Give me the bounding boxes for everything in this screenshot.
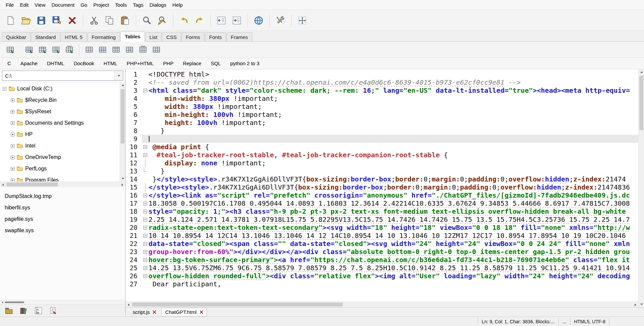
editor-line-text[interactable]: }</style><style>.r34K7X1zGgAi6DllVF3T{bo… (148, 175, 638, 183)
editor-line-text[interactable]: group-hover:from-60%"></div></div></a><d… (148, 248, 638, 256)
lang-replace[interactable]: Replace (178, 59, 206, 68)
editor-line-text[interactable]: 14.25 13.5V6.75ZM6.75 9C6.75 8.58579 7.0… (148, 264, 638, 272)
fold-toggle[interactable] (142, 256, 148, 264)
scrollbar-track[interactable] (131, 302, 633, 307)
fold-minus-icon[interactable] (143, 250, 147, 254)
tree-expander-plus-icon[interactable] (11, 98, 14, 102)
file-item-pagefile-sys[interactable]: pagefile.sys (0, 213, 125, 225)
lang-sql[interactable]: SQL (206, 59, 225, 68)
editor-line-text[interactable]: 2.25 14.124 2.571 14.3781 3.07918L15.75 … (148, 215, 638, 223)
menu-dialogs[interactable]: Dialogs (146, 1, 169, 9)
filebrowser-tab-button[interactable] (3, 306, 15, 316)
scrollbar-thumb[interactable] (639, 76, 643, 130)
tab-quickbar[interactable]: Quickbar (2, 32, 31, 41)
fold-minus-icon[interactable] (143, 210, 147, 213)
lang-html[interactable]: HTML (99, 59, 122, 68)
editor-line-text[interactable]: } (148, 167, 638, 175)
fold-toggle[interactable] (142, 151, 148, 159)
editor-line-text[interactable]: display: none !important; (148, 159, 638, 167)
path-combobox[interactable]: C:\ (2, 71, 123, 81)
menu-project[interactable]: Project (90, 1, 112, 9)
bookmarks-tab-button[interactable] (17, 306, 30, 316)
fold-minus-icon[interactable] (143, 218, 147, 221)
lang-docbook[interactable]: DocBook (69, 59, 99, 68)
tab-css[interactable]: CSS (162, 32, 181, 41)
tab-html-5[interactable]: HTML 5 (60, 32, 87, 41)
menu-tags[interactable]: Tags (130, 1, 146, 9)
table-row-button[interactable] (96, 43, 109, 56)
menu-tools[interactable]: Tools (112, 1, 130, 9)
lang-php-html[interactable]: PHP+HTML (122, 59, 158, 68)
menu-edit[interactable]: Edit (17, 1, 32, 9)
editor-line-text[interactable]: </style><style>.r34K7X1zGgAi6DllVF3T{box… (148, 183, 638, 191)
tab-frames[interactable]: Frames (226, 32, 252, 41)
tab-forms[interactable]: Forms (181, 32, 205, 41)
tree-item-program-files[interactable]: Program Files (0, 174, 120, 181)
editor-line-text[interactable]: hover:bg-token-surface-primary"><a href=… (148, 256, 638, 264)
cut-button[interactable] (86, 13, 102, 28)
editor-line-text[interactable]: 18.3058 0.500197C16.1708 0.495044 14.089… (148, 199, 638, 207)
undo-button[interactable] (176, 13, 192, 28)
fold-minus-icon[interactable] (143, 226, 147, 230)
scrollbar-thumb[interactable] (121, 89, 125, 144)
fold-toggle[interactable] (142, 240, 148, 248)
editor-line-text[interactable]: height: 100vh !important; (148, 119, 638, 127)
document-tab-chatgpt-html[interactable]: ChatGPT.html (162, 308, 207, 316)
fold-toggle[interactable] (142, 223, 148, 232)
tab-tables[interactable]: Tables (120, 32, 144, 42)
table-wizard-button[interactable] (3, 43, 17, 56)
editor-line-text[interactable]: 10 14 10.8954 14 12C14 13.1046 13.1046 1… (148, 232, 638, 240)
table-caption-button[interactable] (136, 43, 149, 56)
tab-list[interactable]: List (145, 32, 162, 41)
save-file-button[interactable] (34, 13, 49, 28)
snippets-tab-button[interactable] (47, 306, 59, 316)
table-head-wizard-button[interactable] (36, 43, 49, 56)
editor-line-text[interactable]: } (148, 127, 638, 135)
editor-line-text[interactable]: Dear participant, (148, 280, 638, 288)
tree-vertical-scrollbar[interactable] (120, 82, 125, 181)
tree-item-sysreset[interactable]: $SysReset (0, 106, 120, 117)
fold-minus-icon[interactable] (143, 89, 147, 92)
table-summary-button[interactable] (149, 43, 163, 56)
fullscreen-button[interactable] (295, 13, 310, 28)
fold-toggle[interactable] (142, 248, 148, 256)
menu-document[interactable]: Document (48, 1, 77, 9)
filelist-horizontal-scrollbar[interactable] (0, 300, 125, 304)
fold-toggle[interactable] (142, 143, 148, 151)
table-head-button[interactable] (109, 43, 123, 56)
fold-minus-icon[interactable] (143, 202, 147, 205)
tree-expander-plus-icon[interactable] (11, 133, 14, 136)
indent-button[interactable] (229, 13, 245, 28)
fold-toggle[interactable] (142, 191, 148, 199)
editor-line-text[interactable]: overflow-hidden rounded-full"><div class… (148, 272, 638, 280)
copy-button[interactable] (102, 13, 117, 28)
tree-expander-plus-icon[interactable] (11, 144, 14, 148)
file-item-dumpstack-log-tmp[interactable]: DumpStack.log.tmp (0, 191, 125, 202)
close-tab-button[interactable] (199, 310, 203, 314)
editor-line-text[interactable]: <html class="dark" style="color-scheme: … (148, 86, 638, 94)
fold-minus-icon[interactable] (143, 145, 147, 149)
scroll-up-button[interactable] (639, 69, 644, 75)
fold-minus-icon[interactable] (143, 234, 147, 238)
tab-fonts[interactable]: Fonts (205, 32, 226, 41)
editor-horizontal-scrollbar[interactable] (126, 301, 638, 307)
scroll-right-button[interactable] (633, 302, 638, 308)
scrollbar-track[interactable] (6, 182, 120, 187)
editor-vertical-scrollbar[interactable] (638, 69, 644, 307)
tree-item-intel[interactable]: Intel (0, 140, 120, 152)
fold-minus-icon[interactable] (143, 194, 147, 197)
table-button[interactable] (82, 43, 96, 56)
tree-item-onedrivetemp[interactable]: OneDriveTemp (0, 152, 120, 163)
table-data-button[interactable] (123, 43, 136, 56)
fold-minus-icon[interactable] (143, 274, 147, 278)
tree-item-perflogs[interactable]: PerfLogs (0, 163, 120, 174)
tab-standard[interactable]: Standard (31, 32, 60, 41)
fold-toggle[interactable] (142, 207, 148, 215)
tree-item-documents-and-settings[interactable]: Documents and Settings (0, 117, 120, 129)
editor-line-text[interactable]: @media print { (148, 143, 638, 151)
scroll-down-button[interactable] (639, 301, 644, 307)
paste-button[interactable] (117, 13, 133, 28)
preferences-button[interactable] (273, 13, 288, 28)
editor-line-text[interactable]: min-height: 100vh !important; (148, 111, 638, 119)
fold-minus-icon[interactable] (143, 153, 147, 157)
